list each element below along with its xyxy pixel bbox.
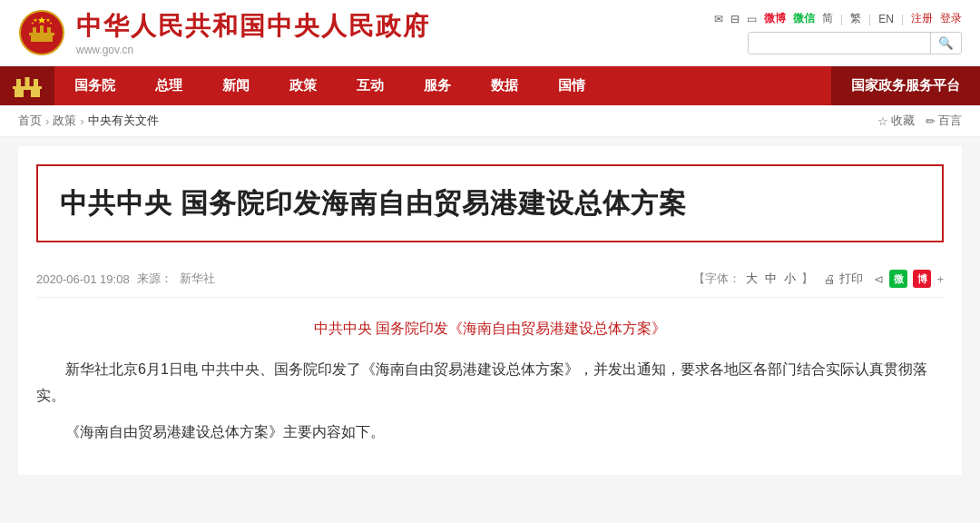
nav-item-services-platform[interactable]: 国家政务服务平台 [831,66,980,105]
search-input[interactable] [749,33,930,54]
content-wrapper: 中共中央 国务院印发海南自由贸易港建设总体方案 2020-06-01 19:08… [18,146,962,475]
article-body: 中共中央 国务院印发《海南自由贸易港建设总体方案》 新华社北京6月1日电 中共中… [36,316,944,446]
search-bar[interactable]: 🔍 [748,32,962,54]
svg-rect-14 [16,79,21,87]
collect-label: 收藏 [891,113,915,129]
edit-icon: ✏ [926,114,936,128]
nav-item-guoqing[interactable]: 国情 [538,66,605,105]
nav-item-shuju[interactable]: 数据 [471,66,538,105]
font-mid-btn[interactable]: 中 [765,271,777,287]
gov-emblem [18,9,65,56]
login-link[interactable]: 登录 [940,11,962,26]
nav-item-zongli[interactable]: 总理 [135,66,202,105]
font-ctrl-end: 】 [801,271,813,287]
sep1: | [840,13,843,25]
article-meta-left: 2020-06-01 19:08 来源： 新华社 [36,271,215,287]
header-title: 中华人民共和国中央人民政府 www.gov.cn [76,9,430,56]
svg-rect-2 [31,35,53,42]
register-link[interactable]: 注册 [911,11,933,26]
font-large-btn[interactable]: 大 [746,271,758,287]
article-title: 中共中央 国务院印发海南自由贸易港建设总体方案 [60,184,920,222]
nav-item-xinwen[interactable]: 新闻 [202,66,270,105]
breadcrumb-home[interactable]: 首页 [18,113,42,129]
sep2: | [868,13,871,25]
share-icons: ⊲ 微 博 + [874,270,944,288]
print-label: 打印 [839,271,863,287]
svg-rect-16 [34,79,38,87]
nav-item-guowuyuan[interactable]: 国务院 [54,66,135,105]
svg-rect-15 [25,77,30,87]
breadcrumb-current: 中央有关文件 [88,113,159,129]
svg-rect-4 [33,27,36,34]
feedback-action[interactable]: ✏ 百言 [926,113,962,129]
header-top-icons: ✉ ⊟ ▭ 微博 微信 简 | 繁 | EN | 注册 登录 [714,11,962,26]
svg-rect-17 [24,90,31,97]
font-small-btn[interactable]: 小 [784,271,796,287]
collect-action[interactable]: ☆ 收藏 [877,113,915,129]
breadcrumb-policy[interactable]: 政策 [53,113,76,129]
site-url: www.gov.cn [76,44,430,56]
fan-link[interactable]: 繁 [850,11,861,26]
feedback-label: 百言 [938,113,962,129]
article-meta: 2020-06-01 19:08 来源： 新华社 【字体： 大 中 小 】 🖨 … [36,261,944,298]
wechat-icon[interactable]: 微信 [793,11,815,26]
site-title: 中华人民共和国中央人民政府 [76,9,430,44]
article-source: 新华社 [180,271,215,287]
printer-icon: 🖨 [824,272,836,286]
nav-item-fuwu[interactable]: 服务 [404,66,471,105]
article-subtitle: 中共中央 国务院印发《海南自由贸易港建设总体方案》 [36,316,944,342]
site-header: 中华人民共和国中央人民政府 www.gov.cn ✉ ⊟ ▭ 微博 微信 简 |… [0,0,980,66]
breadcrumb-bar: 首页 › 政策 › 中央有关文件 ☆ 收藏 ✏ 百言 [0,105,980,137]
print-button[interactable]: 🖨 打印 [824,271,863,287]
search-button[interactable]: 🔍 [930,33,961,54]
nav-item-hudong[interactable]: 互动 [337,66,404,105]
star-icon: ☆ [877,114,888,128]
monitor-icon[interactable]: ⊟ [730,13,740,25]
article-meta-right: 【字体： 大 中 小 】 🖨 打印 ⊲ 微 博 + [693,270,944,288]
share-icon-generic[interactable]: ⊲ [874,272,884,286]
article-para2: 《海南自由贸易港建设总体方案》主要内容如下。 [36,419,944,446]
article-para1: 新华社北京6月1日电 中共中央、国务院印发了《海南自由贸易港建设总体方案》，并发… [36,357,944,410]
breadcrumb-sep2: › [80,114,83,128]
en-link[interactable]: EN [878,13,894,25]
svg-rect-5 [40,25,44,34]
share-wechat-icon[interactable]: 微 [889,270,907,288]
source-label: 来源： [137,271,172,287]
share-weibo-icon[interactable]: 博 [913,270,931,288]
font-ctrl-label: 【字体： [693,271,740,287]
sep3: | [901,13,904,25]
breadcrumb-right: ☆ 收藏 ✏ 百言 [877,113,962,129]
article-title-box: 中共中央 国务院印发海南自由贸易港建设总体方案 [36,164,944,242]
mobile-icon[interactable]: ▭ [747,13,757,25]
breadcrumb-left: 首页 › 政策 › 中央有关文件 [18,113,159,129]
font-size-control: 【字体： 大 中 小 】 [693,271,813,287]
jian-link[interactable]: 简 [822,11,833,26]
email-icon[interactable]: ✉ [714,13,723,25]
header-right: ✉ ⊟ ▭ 微博 微信 简 | 繁 | EN | 注册 登录 🔍 [714,11,962,54]
svg-rect-6 [47,27,51,34]
weibo-icon[interactable]: 微博 [764,11,786,26]
article-date: 2020-06-01 19:08 [36,272,130,286]
breadcrumb-sep1: › [45,114,49,128]
main-nav: 国务院 总理 新闻 政策 互动 服务 数据 国情 国家政务服务平台 [0,66,980,105]
share-plus-icon[interactable]: + [936,272,944,286]
header-left: 中华人民共和国中央人民政府 www.gov.cn [18,9,430,56]
nav-item-zhengce[interactable]: 政策 [270,66,337,105]
nav-emblem [0,66,54,105]
